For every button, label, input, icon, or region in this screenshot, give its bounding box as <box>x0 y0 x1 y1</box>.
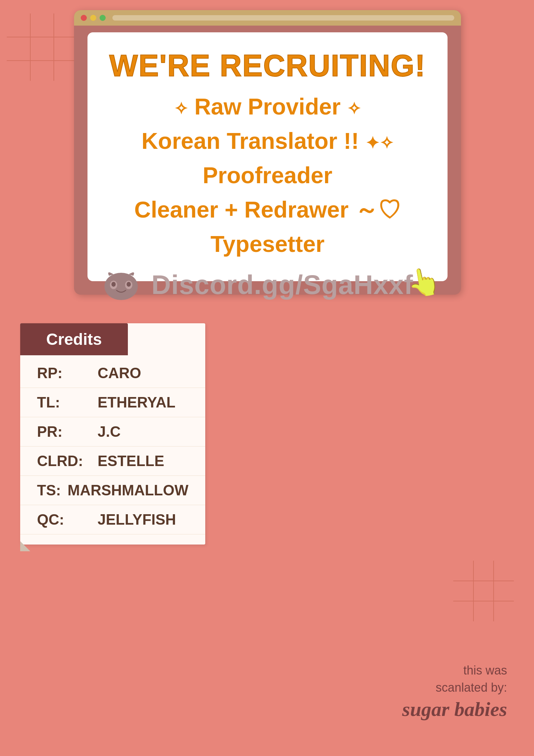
credits-name-qc: JELLYFISH <box>98 511 176 528</box>
scanlated-group-name: sugar babies <box>402 696 507 722</box>
grid-decoration-top-left <box>7 13 74 81</box>
credits-row-pr: PR: J.C <box>20 417 205 447</box>
browser-content: WE'RE RECRUITING! ✧ Raw Provider ✧ Korea… <box>87 32 448 281</box>
credits-role-tl: TL: <box>37 394 98 411</box>
svg-point-8 <box>105 273 138 300</box>
browser-dot-red <box>81 15 87 21</box>
browser-window: WE'RE RECRUITING! ✧ Raw Provider ✧ Korea… <box>74 10 461 295</box>
browser-dot-yellow <box>90 15 96 21</box>
discord-section: Discord.gg/SgaHxxf <box>101 269 413 300</box>
credits-row-qc: QC: JELLYFISH <box>20 505 205 534</box>
browser-addressbar <box>112 15 454 21</box>
svg-point-12 <box>127 282 131 287</box>
credits-name-pr: J.C <box>98 423 120 440</box>
credits-name-clrd: ESTELLE <box>98 453 164 469</box>
recruiting-item-1: ✧ Raw Provider ✧ <box>101 89 434 124</box>
svg-point-11 <box>111 282 116 287</box>
recruiting-item-5: Typesetter <box>101 227 434 261</box>
discord-logo-icon <box>101 270 141 300</box>
credits-role-clrd: CLRD: <box>37 453 98 469</box>
browser-titlebar <box>74 10 461 26</box>
scanlated-line2: scanlated by: <box>402 679 507 696</box>
credits-row-ts: TS: MARSHMALLOW <box>20 476 205 505</box>
credits-fold-decoration <box>20 541 30 551</box>
grid-decoration-bottom-right <box>453 561 514 621</box>
credits-row-clrd: CLRD: ESTELLE <box>20 447 205 476</box>
credits-role-ts: TS: <box>37 482 68 499</box>
credits-row-tl: TL: ETHERYAL <box>20 388 205 417</box>
browser-dot-green <box>100 15 106 21</box>
credits-role-pr: PR: <box>37 423 98 440</box>
credits-name-tl: ETHERYAL <box>98 394 175 411</box>
discord-invite-text[interactable]: Discord.gg/SgaHxxf <box>151 269 413 300</box>
credits-role-qc: QC: <box>37 511 98 528</box>
recruiting-item-2: Korean Translator !! ✦✧ <box>101 124 434 158</box>
credits-name-ts: MARSHMALLOW <box>68 482 188 499</box>
credits-row-rp: RP: CARO <box>20 359 205 388</box>
recruiting-item-3: Proofreader <box>101 158 434 192</box>
credits-card: Credits RP: CARO TL: ETHERYAL PR: J.C CL… <box>20 323 205 545</box>
credits-role-rp: RP: <box>37 365 98 382</box>
credits-header: Credits <box>20 323 128 355</box>
recruiting-title: WE'RE RECRUITING! <box>101 49 434 83</box>
scanlated-line1: this was <box>402 662 507 679</box>
credits-name-rp: CARO <box>98 365 141 382</box>
scanlation-credit: this was scanlated by: sugar babies <box>402 662 507 722</box>
recruiting-item-4: Cleaner + Redrawer ～♡ <box>101 192 434 227</box>
